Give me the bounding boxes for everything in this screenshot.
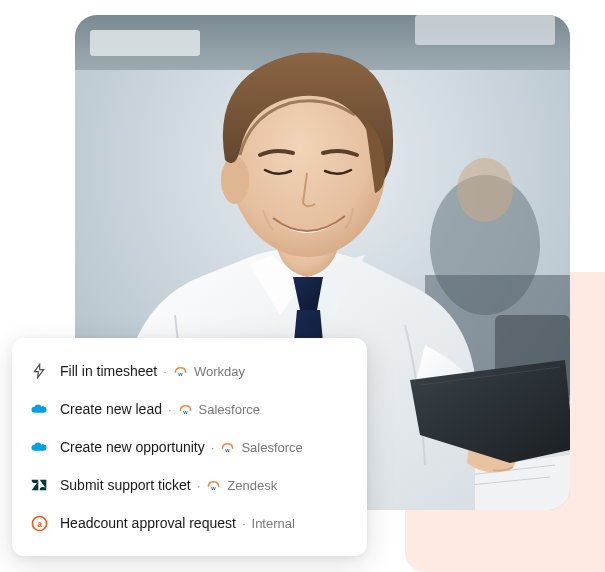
svg-point-10 bbox=[221, 156, 249, 204]
salesforce-cloud-icon bbox=[30, 400, 48, 418]
workday-icon: w bbox=[173, 364, 188, 379]
svg-text:w: w bbox=[177, 370, 183, 376]
menu-item-label: Create new lead bbox=[60, 401, 162, 417]
workday-icon: w bbox=[206, 478, 221, 493]
separator: · bbox=[168, 402, 172, 417]
svg-rect-2 bbox=[90, 30, 200, 56]
circle-a-icon: a bbox=[30, 514, 48, 532]
menu-item-source: Salesforce bbox=[241, 440, 302, 455]
separator: · bbox=[242, 516, 246, 531]
separator: · bbox=[163, 364, 167, 379]
menu-item-support-ticket[interactable]: Submit support ticket · w Zendesk bbox=[12, 466, 367, 504]
menu-item-label: Fill in timesheet bbox=[60, 363, 157, 379]
svg-text:w: w bbox=[182, 408, 188, 414]
menu-item-source: Zendesk bbox=[227, 478, 277, 493]
svg-text:a: a bbox=[37, 518, 42, 528]
action-menu: Fill in timesheet · w Workday Create new… bbox=[12, 338, 367, 556]
svg-rect-3 bbox=[415, 15, 555, 45]
svg-text:w: w bbox=[225, 446, 231, 452]
menu-item-label: Submit support ticket bbox=[60, 477, 191, 493]
menu-item-new-lead[interactable]: Create new lead · w Salesforce bbox=[12, 390, 367, 428]
menu-item-source: Workday bbox=[194, 364, 245, 379]
separator: · bbox=[211, 440, 215, 455]
workday-icon: w bbox=[178, 402, 193, 417]
menu-item-new-opportunity[interactable]: Create new opportunity · w Salesforce bbox=[12, 428, 367, 466]
salesforce-cloud-icon bbox=[30, 438, 48, 456]
menu-item-timesheet[interactable]: Fill in timesheet · w Workday bbox=[12, 352, 367, 390]
menu-item-label: Headcount approval request bbox=[60, 515, 236, 531]
svg-point-5 bbox=[457, 158, 513, 222]
menu-item-headcount-approval[interactable]: a Headcount approval request · Internal bbox=[12, 504, 367, 542]
svg-text:w: w bbox=[211, 484, 217, 490]
menu-item-label: Create new opportunity bbox=[60, 439, 205, 455]
separator: · bbox=[197, 478, 201, 493]
menu-item-source: Salesforce bbox=[199, 402, 260, 417]
lightning-icon bbox=[30, 362, 48, 380]
menu-item-source: Internal bbox=[252, 516, 295, 531]
zendesk-icon bbox=[30, 476, 48, 494]
workday-icon: w bbox=[220, 440, 235, 455]
